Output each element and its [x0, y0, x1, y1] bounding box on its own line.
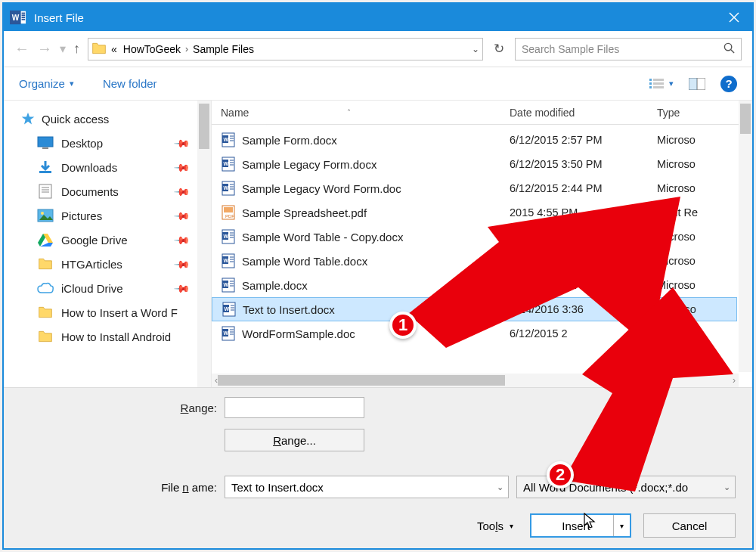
pin-icon: 📌 [173, 182, 191, 200]
svg-rect-2 [22, 13, 26, 14]
file-date: 6/12/2015 2:57 PM [510, 134, 657, 146]
svg-text:W: W [224, 161, 229, 166]
file-type: Microso [657, 182, 737, 194]
forward-button[interactable]: → [37, 40, 52, 57]
window-title: Insert File [34, 11, 716, 24]
up-button[interactable]: ↑ [73, 41, 80, 57]
back-button[interactable]: ← [14, 40, 29, 57]
new-folder-button[interactable]: New folder [103, 77, 157, 90]
pin-icon: 📌 [173, 255, 191, 272]
breadcrumb-current[interactable]: Sample Files [191, 43, 256, 55]
file-row[interactable]: WSample Form.docx6/12/2015 2:57 PMMicros… [212, 128, 737, 152]
sidebar-item[interactable]: Documents📌 [4, 179, 211, 203]
svg-text:W: W [224, 185, 229, 191]
file-type-icon: W [221, 229, 236, 244]
file-type-icon: W [221, 326, 236, 341]
insert-button[interactable]: Insert ▾ [530, 513, 631, 538]
breadcrumb-prefix: « [110, 43, 119, 55]
breadcrumb-separator-icon: › [185, 44, 188, 54]
cancel-button[interactable]: Cancel [643, 513, 736, 538]
svg-text:W: W [225, 306, 230, 312]
sidebar-item-label: Desktop [61, 137, 103, 150]
close-button[interactable] [716, 4, 752, 31]
svg-rect-3 [22, 14, 26, 16]
column-date[interactable]: Date modified [510, 107, 657, 119]
sidebar-item-label: How to Install Android [61, 330, 171, 343]
svg-rect-4 [22, 17, 26, 18]
tools-button[interactable]: Tools▾ [477, 519, 513, 532]
address-dropdown-icon[interactable]: ⌄ [472, 44, 479, 54]
help-button[interactable]: ? [720, 76, 737, 92]
star-icon [20, 111, 36, 126]
column-headers: Name ˄ Date modified Type [212, 101, 752, 125]
file-date: 6/12/2015 3:50 PM [510, 158, 657, 170]
sidebar-item-label: Documents [61, 185, 119, 198]
svg-text:W: W [224, 282, 229, 287]
svg-text:W: W [224, 258, 229, 263]
svg-text:PDF: PDF [225, 214, 234, 219]
search-input[interactable]: Search Sample Files [515, 38, 742, 60]
file-name: Sample.docx [242, 279, 308, 292]
svg-line-10 [731, 49, 734, 52]
sidebar-item[interactable]: Downloads📌 [4, 155, 211, 179]
toolbar: Organize New folder ▾ ? [4, 67, 752, 101]
filename-dropdown-icon[interactable]: ⌄ [497, 482, 503, 492]
sidebar-item-icon [37, 281, 54, 296]
sidebar: Quick access Desktop📌Downloads📌Documents… [4, 101, 212, 387]
search-icon [723, 42, 735, 56]
quick-access-header[interactable]: Quick access [4, 107, 211, 131]
preview-pane-button[interactable] [689, 78, 705, 90]
insert-split-dropdown[interactable]: ▾ [613, 515, 630, 536]
sidebar-item-icon [37, 329, 54, 344]
file-name: Sample Word Table.docx [242, 255, 367, 268]
filename-input[interactable]: Text to Insert.docx ⌄ [225, 476, 509, 498]
pin-icon: 📌 [173, 279, 191, 296]
sidebar-item-label: iCloud Drive [61, 282, 123, 295]
annotation-arrow-2 [559, 287, 733, 492]
nav-arrows: ← → ▾ ↑ [14, 40, 80, 57]
sidebar-item[interactable]: HTGArticles📌 [4, 252, 211, 276]
svg-text:W: W [224, 137, 229, 142]
svg-rect-15 [649, 86, 652, 88]
sidebar-item[interactable]: Pictures📌 [4, 203, 211, 228]
sidebar-item-icon [37, 160, 54, 175]
sidebar-item-icon [37, 256, 54, 271]
svg-rect-21 [38, 137, 53, 147]
file-type: Microso [657, 134, 737, 146]
pin-icon: 📌 [173, 231, 191, 248]
breadcrumb-parent[interactable]: HowToGeek [122, 43, 182, 55]
sidebar-item[interactable]: Google Drive📌 [4, 228, 211, 252]
organize-button[interactable]: Organize [19, 77, 74, 90]
sidebar-item-label: HTGArticles [61, 258, 122, 271]
file-row[interactable]: WSample Legacy Form.docx6/12/2015 3:50 P… [212, 152, 737, 176]
refresh-button[interactable]: ↻ [491, 41, 507, 57]
svg-point-29 [41, 212, 44, 215]
nav-drop-icon[interactable]: ▾ [60, 42, 66, 56]
file-type-icon: W [221, 278, 236, 293]
sidebar-item-label: Pictures [61, 209, 102, 222]
svg-rect-13 [649, 82, 652, 85]
address-bar[interactable]: « HowToGeek › Sample Files ⌄ [88, 38, 483, 60]
search-placeholder: Search Sample Files [522, 43, 723, 55]
filelist-vscrollbar[interactable] [739, 101, 752, 372]
view-mode-button[interactable]: ▾ [649, 78, 674, 90]
file-name: Text to Insert.docx [243, 303, 335, 316]
sidebar-item-label: Downloads [61, 161, 117, 174]
file-name: Sample Word Table - Copy.docx [242, 231, 403, 243]
range-button[interactable]: Range... [225, 429, 364, 451]
svg-marker-33 [40, 243, 53, 247]
sidebar-item-icon [37, 208, 54, 223]
annotation-badge-1: 1 [389, 312, 417, 339]
filename-label: File name: [20, 481, 217, 494]
sidebar-item[interactable]: How to Insert a Word F [4, 300, 211, 324]
column-name[interactable]: Name ˄ [212, 107, 510, 119]
sidebar-item[interactable]: Desktop📌 [4, 131, 211, 155]
file-type: Microso [657, 158, 737, 170]
file-name: Sample Form.docx [242, 134, 337, 147]
range-input[interactable] [225, 397, 364, 418]
svg-rect-14 [653, 82, 664, 85]
sidebar-item[interactable]: iCloud Drive📌 [4, 276, 211, 300]
file-date: 6/12/2015 2:44 PM [510, 182, 657, 194]
file-name: Sample Spreadsheet.pdf [242, 206, 367, 219]
sidebar-item[interactable]: How to Install Android [4, 324, 211, 349]
